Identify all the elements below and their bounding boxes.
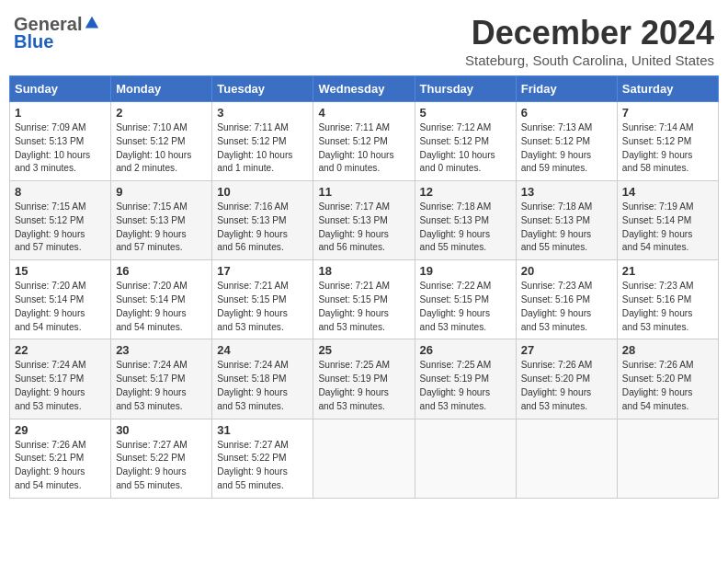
day-number: 12 [420,185,511,199]
day-info: Sunrise: 7:25 AM Sunset: 5:19 PM Dayligh… [420,359,511,413]
day-info: Sunrise: 7:24 AM Sunset: 5:18 PM Dayligh… [217,359,308,413]
day-info: Sunrise: 7:25 AM Sunset: 5:19 PM Dayligh… [318,359,409,413]
day-number: 16 [116,264,207,278]
day-number: 23 [116,343,207,357]
calendar-header-row: SundayMondayTuesdayWednesdayThursdayFrid… [10,76,719,102]
calendar-cell [313,419,415,498]
calendar-cell: 9Sunrise: 7:15 AM Sunset: 5:13 PM Daylig… [111,181,212,260]
col-header-monday: Monday [111,76,212,102]
day-number: 15 [15,264,106,278]
calendar-cell: 24Sunrise: 7:24 AM Sunset: 5:18 PM Dayli… [212,339,313,419]
calendar-cell: 10Sunrise: 7:16 AM Sunset: 5:13 PM Dayli… [212,181,313,260]
day-info: Sunrise: 7:26 AM Sunset: 5:20 PM Dayligh… [622,359,713,413]
day-info: Sunrise: 7:21 AM Sunset: 5:15 PM Dayligh… [318,280,409,334]
calendar-cell [516,419,617,498]
day-number: 2 [116,106,207,120]
day-number: 14 [622,185,713,199]
logo-blue-text: Blue [14,31,53,52]
col-header-wednesday: Wednesday [313,76,415,102]
location-text: Stateburg, South Carolina, United States [465,52,714,68]
day-number: 27 [521,343,612,357]
col-header-sunday: Sunday [10,76,111,102]
day-info: Sunrise: 7:19 AM Sunset: 5:14 PM Dayligh… [622,201,713,255]
calendar-cell: 4Sunrise: 7:11 AM Sunset: 5:12 PM Daylig… [313,102,415,181]
calendar-cell: 20Sunrise: 7:23 AM Sunset: 5:16 PM Dayli… [516,260,617,339]
day-info: Sunrise: 7:21 AM Sunset: 5:15 PM Dayligh… [217,280,308,334]
calendar-cell [617,419,718,498]
day-info: Sunrise: 7:20 AM Sunset: 5:14 PM Dayligh… [116,280,207,334]
day-number: 26 [420,343,511,357]
col-header-friday: Friday [516,76,617,102]
calendar-cell: 15Sunrise: 7:20 AM Sunset: 5:14 PM Dayli… [10,260,111,339]
day-number: 30 [116,423,207,437]
day-info: Sunrise: 7:16 AM Sunset: 5:13 PM Dayligh… [217,201,308,255]
day-number: 3 [217,106,308,120]
col-header-tuesday: Tuesday [212,76,313,102]
day-info: Sunrise: 7:11 AM Sunset: 5:12 PM Dayligh… [217,121,308,176]
day-info: Sunrise: 7:23 AM Sunset: 5:16 PM Dayligh… [622,280,713,334]
calendar-cell: 13Sunrise: 7:18 AM Sunset: 5:13 PM Dayli… [516,181,617,260]
calendar-cell: 31Sunrise: 7:27 AM Sunset: 5:22 PM Dayli… [212,419,313,498]
day-number: 6 [521,106,612,120]
day-info: Sunrise: 7:27 AM Sunset: 5:22 PM Dayligh… [217,439,308,493]
day-info: Sunrise: 7:24 AM Sunset: 5:17 PM Dayligh… [116,359,207,413]
calendar-cell: 3Sunrise: 7:11 AM Sunset: 5:12 PM Daylig… [212,102,313,181]
day-number: 21 [622,264,713,278]
day-info: Sunrise: 7:22 AM Sunset: 5:15 PM Dayligh… [420,280,511,334]
day-info: Sunrise: 7:17 AM Sunset: 5:13 PM Dayligh… [318,201,409,255]
calendar-cell: 8Sunrise: 7:15 AM Sunset: 5:12 PM Daylig… [10,181,111,260]
calendar-cell: 27Sunrise: 7:26 AM Sunset: 5:20 PM Dayli… [516,339,617,419]
calendar-cell: 29Sunrise: 7:26 AM Sunset: 5:21 PM Dayli… [10,419,111,498]
day-info: Sunrise: 7:26 AM Sunset: 5:21 PM Dayligh… [15,439,106,493]
day-number: 4 [318,106,409,120]
day-number: 17 [217,264,308,278]
day-info: Sunrise: 7:26 AM Sunset: 5:20 PM Dayligh… [521,359,612,413]
day-info: Sunrise: 7:09 AM Sunset: 5:13 PM Dayligh… [15,121,106,176]
calendar-table: SundayMondayTuesdayWednesdayThursdayFrid… [9,75,719,499]
day-info: Sunrise: 7:18 AM Sunset: 5:13 PM Dayligh… [420,201,511,255]
calendar-week-2: 8Sunrise: 7:15 AM Sunset: 5:12 PM Daylig… [10,181,719,260]
calendar-cell: 6Sunrise: 7:13 AM Sunset: 5:12 PM Daylig… [516,102,617,181]
day-number: 1 [15,106,106,120]
day-info: Sunrise: 7:15 AM Sunset: 5:13 PM Dayligh… [116,201,207,255]
calendar-cell: 30Sunrise: 7:27 AM Sunset: 5:22 PM Dayli… [111,419,212,498]
day-info: Sunrise: 7:15 AM Sunset: 5:12 PM Dayligh… [15,201,106,255]
calendar-cell: 22Sunrise: 7:24 AM Sunset: 5:17 PM Dayli… [10,339,111,419]
day-number: 29 [15,423,106,437]
calendar-cell: 16Sunrise: 7:20 AM Sunset: 5:14 PM Dayli… [111,260,212,339]
day-number: 24 [217,343,308,357]
month-title: December 2024 [465,14,714,52]
calendar-week-4: 22Sunrise: 7:24 AM Sunset: 5:17 PM Dayli… [10,339,719,419]
calendar-cell: 19Sunrise: 7:22 AM Sunset: 5:15 PM Dayli… [415,260,516,339]
day-info: Sunrise: 7:24 AM Sunset: 5:17 PM Dayligh… [15,359,106,413]
svg-marker-0 [85,16,98,28]
day-number: 28 [622,343,713,357]
title-block: December 2024 Stateburg, South Carolina,… [465,14,714,68]
col-header-thursday: Thursday [415,76,516,102]
day-info: Sunrise: 7:14 AM Sunset: 5:12 PM Dayligh… [622,121,713,176]
day-info: Sunrise: 7:18 AM Sunset: 5:13 PM Dayligh… [521,201,612,255]
calendar-week-1: 1Sunrise: 7:09 AM Sunset: 5:13 PM Daylig… [10,102,719,181]
day-info: Sunrise: 7:11 AM Sunset: 5:12 PM Dayligh… [318,121,409,176]
day-number: 31 [217,423,308,437]
day-number: 9 [116,185,207,199]
calendar-cell: 28Sunrise: 7:26 AM Sunset: 5:20 PM Dayli… [617,339,718,419]
calendar-cell: 26Sunrise: 7:25 AM Sunset: 5:19 PM Dayli… [415,339,516,419]
day-number: 11 [318,185,409,199]
day-info: Sunrise: 7:20 AM Sunset: 5:14 PM Dayligh… [15,280,106,334]
day-number: 25 [318,343,409,357]
page-header: General Blue December 2024 Stateburg, So… [9,9,719,68]
calendar-cell: 1Sunrise: 7:09 AM Sunset: 5:13 PM Daylig… [10,102,111,181]
day-info: Sunrise: 7:12 AM Sunset: 5:12 PM Dayligh… [420,121,511,176]
calendar-cell: 11Sunrise: 7:17 AM Sunset: 5:13 PM Dayli… [313,181,415,260]
day-info: Sunrise: 7:23 AM Sunset: 5:16 PM Dayligh… [521,280,612,334]
day-number: 5 [420,106,511,120]
logo: General Blue [14,14,100,52]
day-number: 19 [420,264,511,278]
day-number: 22 [15,343,106,357]
calendar-week-3: 15Sunrise: 7:20 AM Sunset: 5:14 PM Dayli… [10,260,719,339]
calendar-cell: 5Sunrise: 7:12 AM Sunset: 5:12 PM Daylig… [415,102,516,181]
calendar-cell: 23Sunrise: 7:24 AM Sunset: 5:17 PM Dayli… [111,339,212,419]
logo-icon [84,15,100,31]
calendar-cell: 18Sunrise: 7:21 AM Sunset: 5:15 PM Dayli… [313,260,415,339]
